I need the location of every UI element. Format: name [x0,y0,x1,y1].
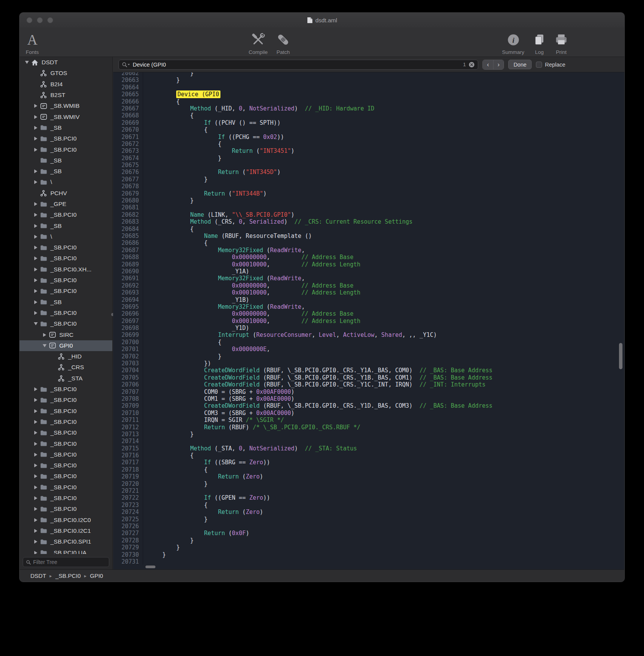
disclosure-triangle-icon[interactable] [32,485,39,489]
disclosure-triangle-icon[interactable] [32,496,39,500]
tree-item-gpi0[interactable]: GPI0 [20,340,112,351]
tree-item-sb-pci0[interactable]: _SB.PCI0 [20,471,112,482]
filter-tree-input[interactable] [33,559,106,565]
tree-item-sb-pci0[interactable]: _SB.PCI0 [20,133,112,144]
disclosure-triangle-icon[interactable] [32,474,39,478]
tree-item-sb-wmib[interactable]: _SB.WMIB [20,100,112,111]
tree-item-pchv[interactable]: PCHV [20,188,112,199]
tree-item-sb[interactable]: _SB [20,297,112,308]
breadcrumb-item--sb-pci0[interactable]: _SB.PCI0 [55,572,81,579]
tree-item-sb-pci0-xh[interactable]: _SB.PCI0.XH... [20,264,112,275]
disclosure-triangle-icon[interactable] [32,256,39,260]
disclosure-triangle-icon[interactable] [32,148,39,152]
disclosure-triangle-icon[interactable] [32,246,39,249]
tree-item-sb-pci0[interactable]: _SB.PCI0 [20,406,112,417]
tree-item-dsdt[interactable]: DSDT [20,57,112,68]
tree-item-sb-pci0[interactable]: _SB.PCI0 [20,209,112,220]
disclosure-triangle-icon[interactable] [32,387,39,391]
disclosure-triangle-icon[interactable] [32,126,39,130]
find-next-button[interactable]: › [493,60,504,69]
disclosure-triangle-icon[interactable] [32,529,39,533]
disclosure-triangle-icon[interactable] [32,300,39,304]
find-input[interactable]: Device (GPI0 [133,62,460,68]
disclosure-triangle-icon[interactable] [32,311,39,315]
done-button[interactable]: Done [508,60,532,69]
tree-item-sta[interactable]: _STA [20,373,112,384]
clear-search-icon[interactable] [469,62,475,68]
tree-item-sb-pci0[interactable]: _SB.PCI0 [20,482,112,493]
find-previous-button[interactable]: ‹ [483,60,493,69]
disclosure-triangle-icon[interactable] [32,398,39,402]
disclosure-triangle-icon[interactable] [32,507,39,511]
disclosure-triangle-icon[interactable] [41,344,48,347]
disclosure-triangle-icon[interactable] [32,235,39,239]
tree-item-sb-pci0[interactable]: _SB.PCI0 [20,384,112,395]
summary-button[interactable]: i Summary [499,30,528,55]
filter-tree-field[interactable] [23,557,109,567]
tree-item-sb-pci0-spi1[interactable]: _SB.PCI0.SPI1 [20,536,112,547]
horizontal-scrollbar[interactable] [145,566,155,568]
disclosure-triangle-icon[interactable] [32,453,39,457]
tree-item-gpe[interactable]: _GPE [20,199,112,209]
disclosure-triangle-icon[interactable] [32,420,39,424]
disclosure-triangle-icon[interactable] [41,333,48,337]
tree-item-b2i4[interactable]: B2I4 [20,79,112,90]
disclosure-triangle-icon[interactable] [32,169,39,173]
find-field[interactable]: Device (GPI0 1 [118,60,478,70]
breadcrumb-item-dsdt[interactable]: DSDT [30,572,46,579]
tree-item-sb-pci0-i2c1[interactable]: _SB.PCI0.I2C1 [20,525,112,536]
tree-item-sb-pci0[interactable]: _SB.PCI0 [20,253,112,264]
tree-item-sb[interactable]: _SB [20,122,112,133]
tree-item-sb-pci0-i2c0[interactable]: _SB.PCI0.I2C0 [20,514,112,525]
tree-item-sb-pci0[interactable]: _SB.PCI0 [20,504,112,514]
tree-item-sb-pci0[interactable]: _SB.PCI0 [20,417,112,427]
disclosure-triangle-icon[interactable] [32,551,39,554]
tree-item-b2st[interactable]: B2ST [20,90,112,100]
tree-item-sb-pci0[interactable]: _SB.PCI0 [20,318,112,329]
tree-item-sb-pci0[interactable]: _SB.PCI0 [20,427,112,438]
disclosure-triangle-icon[interactable] [32,322,39,325]
tree-item-[interactable]: \ [20,177,112,187]
search-menu-icon[interactable] [122,62,130,67]
tree-item-gtos[interactable]: GTOS [20,68,112,79]
disclosure-triangle-icon[interactable] [32,224,39,228]
disclosure-triangle-icon[interactable] [32,540,39,544]
tree-item-sb-pci0[interactable]: _SB.PCI0 [20,275,112,286]
vertical-scrollbar[interactable] [619,343,622,369]
disclosure-triangle-icon[interactable] [32,278,39,282]
tree-item-sb-pci0[interactable]: _SB.PCI0 [20,460,112,471]
fonts-button[interactable]: A Fonts [21,30,43,55]
code-editor[interactable]: 20662 }20663 }2066420665 Device (GPI0206… [113,72,624,565]
breadcrumb-item-gpi0[interactable]: GPI0 [90,572,103,579]
disclosure-triangle-icon[interactable] [23,61,30,64]
compile-button[interactable]: Compile [244,30,272,55]
log-button[interactable]: Log [530,30,549,55]
disclosure-triangle-icon[interactable] [32,180,39,184]
disclosure-triangle-icon[interactable] [32,442,39,446]
tree-item-[interactable]: \ [20,231,112,242]
tree-item-sb[interactable]: _SB [20,155,112,166]
disclosure-triangle-icon[interactable] [32,213,39,217]
print-button[interactable]: Print [551,30,572,55]
tree-item-crs[interactable]: _CRS [20,362,112,373]
tree-item-sb-pci0[interactable]: _SB.PCI0 [20,449,112,460]
replace-checkbox[interactable] [536,62,542,68]
disclosure-triangle-icon[interactable] [32,464,39,467]
disclosure-triangle-icon[interactable] [32,202,39,206]
tree-item-sb-wmiv[interactable]: _SB.WMIV [20,111,112,122]
patch-button[interactable]: Patch [272,30,295,55]
disclosure-triangle-icon[interactable] [32,431,39,435]
disclosure-triangle-icon[interactable] [32,289,39,293]
disclosure-triangle-icon[interactable] [32,104,39,108]
disclosure-triangle-icon[interactable] [32,409,39,413]
disclosure-triangle-icon[interactable] [32,518,39,522]
disclosure-triangle-icon[interactable] [32,115,39,119]
disclosure-triangle-icon[interactable] [32,137,39,141]
tree-item-sb-pci0[interactable]: _SB.PCI0 [20,144,112,155]
tree-item-sb-pci0[interactable]: _SB.PCI0 [20,308,112,318]
tree-item-sb-pci0[interactable]: _SB.PCI0 [20,395,112,405]
tree-item-sb-pci0[interactable]: _SB.PCI0 [20,286,112,296]
tree-item-sb[interactable]: _SB [20,220,112,231]
tree-item-hid[interactable]: _HID [20,351,112,362]
tree-item-sirc[interactable]: SIRC [20,329,112,340]
